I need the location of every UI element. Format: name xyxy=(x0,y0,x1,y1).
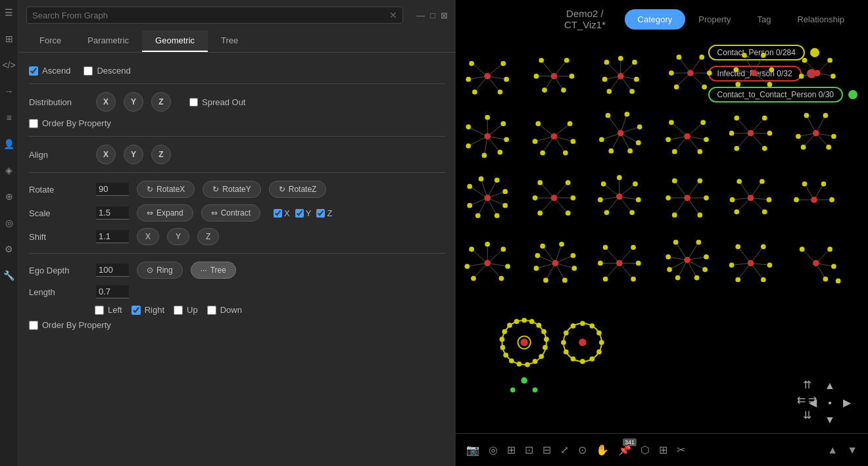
search-input[interactable] xyxy=(32,11,389,20)
svg-point-297 xyxy=(667,267,672,272)
sidebar-gear-icon[interactable]: ⚙ xyxy=(2,242,16,256)
order-by-property-checkbox[interactable] xyxy=(29,119,38,128)
align-z-button[interactable]: Z xyxy=(151,145,171,164)
tab-geometric[interactable]: Geometric xyxy=(142,30,208,52)
svg-point-48 xyxy=(699,55,704,60)
left-label[interactable]: Left xyxy=(95,305,122,315)
triangle-up-icon[interactable]: ▲ xyxy=(827,444,838,456)
maximize-button[interactable]: □ xyxy=(430,11,435,20)
cut-icon[interactable]: ✂ xyxy=(677,444,685,456)
green-node-bottom xyxy=(521,377,527,384)
scale-input[interactable]: 1.5 xyxy=(96,206,129,220)
scale-x-checkbox[interactable] xyxy=(274,209,282,218)
sidebar-grid-icon[interactable]: ⊞ xyxy=(2,32,16,46)
shift-x-button[interactable]: X xyxy=(137,228,159,245)
distribution-x-button[interactable]: X xyxy=(96,92,116,112)
camera-icon[interactable]: 📷 xyxy=(466,444,479,456)
graph-canvas[interactable] xyxy=(456,38,868,419)
search-clear-icon[interactable]: ✕ xyxy=(389,10,397,20)
sidebar-diamond-icon[interactable]: ◈ xyxy=(2,163,16,177)
rotate-x-button[interactable]: ↻ RotateX xyxy=(137,181,195,198)
ego-order-property-checkbox[interactable] xyxy=(29,321,38,330)
descend-checkbox[interactable] xyxy=(84,66,93,76)
move-right-icon[interactable]: ⇉ xyxy=(808,394,817,406)
contract-button[interactable]: ⇔ Contract xyxy=(201,204,260,221)
rotate-input[interactable]: 90 xyxy=(96,183,129,196)
tab-parametric[interactable]: Parametric xyxy=(74,30,142,52)
ascend-checkbox[interactable] xyxy=(29,66,38,76)
svg-point-249 xyxy=(499,276,504,281)
nav-tab-relationship[interactable]: Relationship xyxy=(784,9,857,30)
hexagon-icon[interactable]: ⬡ xyxy=(640,444,650,456)
green-node-3 xyxy=(510,387,516,392)
crop-icon[interactable]: ⊞ xyxy=(659,444,667,456)
nav-down-arrow[interactable]: ▼ xyxy=(822,412,838,428)
move-up-icon[interactable]: ⇈ xyxy=(803,379,811,391)
expand-icon[interactable]: ⤢ xyxy=(560,444,569,456)
nav-tab-property[interactable]: Property xyxy=(685,9,744,30)
move-left-icon[interactable]: ⇇ xyxy=(797,394,806,406)
pin-icon[interactable]: 📌 341 xyxy=(618,444,631,456)
cluster-4-3 xyxy=(598,245,641,281)
shift-input[interactable]: 1.1 xyxy=(96,230,129,243)
right-checkbox[interactable] xyxy=(132,306,141,315)
spread-out-label[interactable]: Spread Out xyxy=(189,97,246,107)
ring-button[interactable]: ⊙ Ring xyxy=(137,262,183,279)
sidebar-plus-circle-icon[interactable]: ⊕ xyxy=(2,189,16,204)
box-icon[interactable]: ⊡ xyxy=(525,444,533,456)
move-down-icon[interactable]: ⇊ xyxy=(803,409,811,421)
hand-icon[interactable]: ✋ xyxy=(596,444,609,456)
sidebar-code-icon[interactable]: </> xyxy=(2,58,16,72)
tab-force[interactable]: Force xyxy=(26,30,74,52)
scale-y-checkbox[interactable] xyxy=(295,209,304,218)
shift-z-button[interactable]: Z xyxy=(197,228,219,245)
cluster-4-4 xyxy=(665,240,709,281)
nav-up-arrow[interactable]: ▲ xyxy=(822,378,838,394)
rotate-y-button[interactable]: ↻ RotateY xyxy=(203,181,260,198)
down-label[interactable]: Down xyxy=(207,305,242,315)
sidebar-list-icon[interactable]: ≡ xyxy=(2,110,16,125)
minus-box-icon[interactable]: ⊟ xyxy=(542,444,551,456)
sidebar-menu-icon[interactable]: ☰ xyxy=(2,5,16,20)
scale-z-label[interactable]: Z xyxy=(316,208,332,218)
sidebar-target-icon[interactable]: ◎ xyxy=(2,216,16,230)
ego-order-property-label[interactable]: Order By Property xyxy=(29,320,111,330)
up-checkbox[interactable] xyxy=(174,306,183,315)
minimize-button[interactable]: — xyxy=(416,11,425,20)
target-icon[interactable]: ◎ xyxy=(489,444,498,456)
distribution-y-button[interactable]: Y xyxy=(124,92,143,112)
sidebar-arrow-icon[interactable]: → xyxy=(2,84,16,99)
nav-right-arrow[interactable]: ▶ xyxy=(839,395,855,411)
svg-point-21 xyxy=(569,74,575,79)
align-y-button[interactable]: Y xyxy=(124,145,143,164)
length-input[interactable]: 0.7 xyxy=(96,285,129,298)
nav-tab-category[interactable]: Category xyxy=(625,9,686,30)
sidebar-settings2-icon[interactable]: 🔧 xyxy=(2,268,16,283)
scale-y-label[interactable]: Y xyxy=(295,208,312,218)
expand-button[interactable]: ⇔ Expand xyxy=(137,204,193,221)
scale-x-label[interactable]: X xyxy=(274,208,290,218)
nav-tab-tag[interactable]: Tag xyxy=(744,9,784,30)
ego-depth-input[interactable]: 100 xyxy=(96,264,129,277)
ascend-label[interactable]: Ascend xyxy=(29,66,70,76)
order-by-property-label[interactable]: Order By Property xyxy=(29,118,111,128)
grid-icon[interactable]: ⊞ xyxy=(507,444,516,456)
descend-label[interactable]: Descend xyxy=(84,66,130,76)
svg-point-356 xyxy=(579,338,587,346)
tab-tree[interactable]: Tree xyxy=(208,30,251,52)
close-button[interactable]: ⊠ xyxy=(441,11,448,20)
triangle-down-icon[interactable]: ▼ xyxy=(847,444,857,456)
down-checkbox[interactable] xyxy=(207,306,216,315)
up-label[interactable]: Up xyxy=(174,305,198,315)
align-x-button[interactable]: X xyxy=(96,145,116,164)
rotate-z-button[interactable]: ↻ RotateZ xyxy=(269,181,327,198)
scale-z-checkbox[interactable] xyxy=(316,209,325,218)
right-label[interactable]: Right xyxy=(132,305,164,315)
spread-out-checkbox[interactable] xyxy=(189,98,198,106)
tree-button[interactable]: ··· Tree xyxy=(191,262,236,279)
shift-y-button[interactable]: Y xyxy=(167,228,189,245)
sidebar-user-icon[interactable]: 👤 xyxy=(2,137,16,151)
distribution-z-button[interactable]: Z xyxy=(151,92,171,112)
focus-icon[interactable]: ⊙ xyxy=(578,444,587,456)
left-checkbox[interactable] xyxy=(95,306,104,315)
